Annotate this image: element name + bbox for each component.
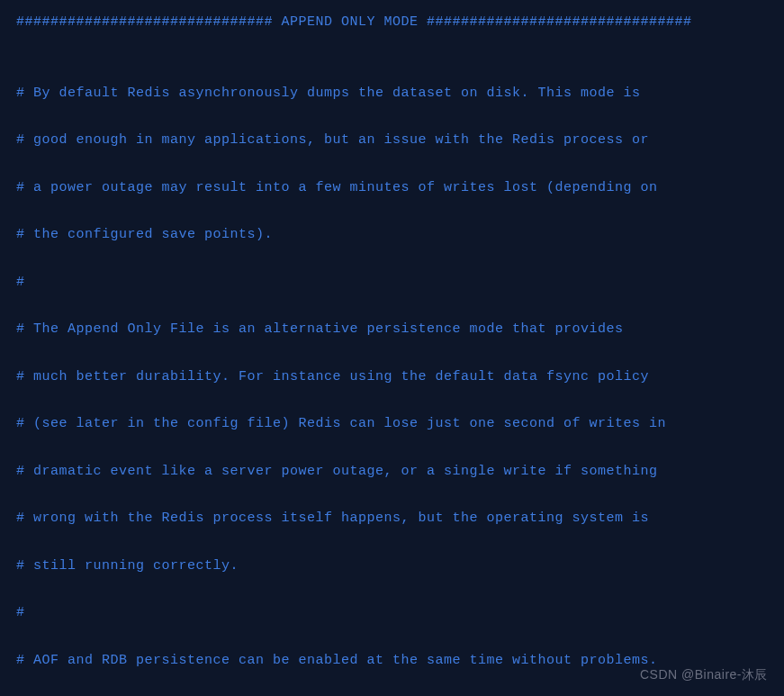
comment-line: # much better durability. For instance u… [16, 366, 768, 389]
comment-line: # a power outage may result into a few m… [16, 176, 768, 200]
comment-line: # still running correctly. [16, 555, 768, 578]
comment-line: # By default Redis asynchronously dumps … [16, 82, 768, 105]
watermark: CSDN @Binaire-沐辰 [640, 664, 768, 686]
comment-line: # dramatic event like a server power out… [16, 460, 768, 484]
comment-line: # [16, 601, 768, 625]
comment-line: # wrong with the Redis process itself ha… [16, 507, 768, 530]
comment-line: ############################## APPEND ON… [16, 11, 768, 34]
comment-line: # the configured save points). [16, 223, 768, 247]
comment-line: # The Append Only File is an alternative… [16, 318, 768, 341]
code-editor[interactable]: ############################## APPEND ON… [16, 11, 768, 696]
comment-line: # good enough in many applications, but … [16, 129, 768, 152]
comment-line: # [16, 271, 768, 294]
comment-line: # (see later in the config file) Redis c… [16, 412, 768, 436]
